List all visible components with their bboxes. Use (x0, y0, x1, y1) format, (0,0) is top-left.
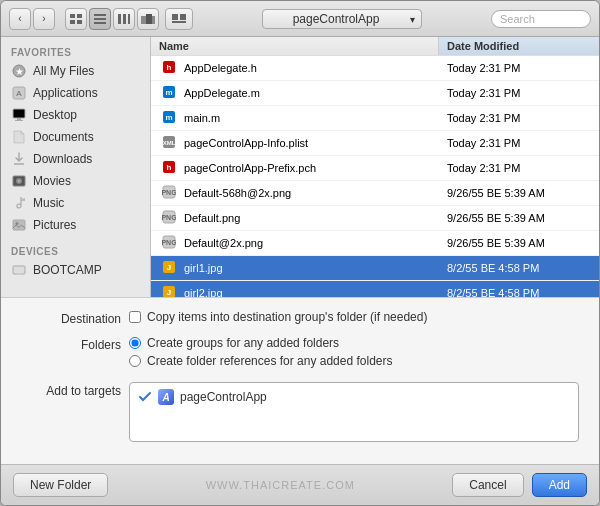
destination-checkbox[interactable] (129, 311, 141, 323)
all-my-files-icon: ★ (11, 63, 27, 79)
col-date-header[interactable]: Date Modified (439, 37, 599, 55)
view-buttons (65, 8, 159, 30)
file-name-cell: PNGDefault-568h@2x.png (151, 181, 439, 205)
svg-text:PNG: PNG (162, 189, 176, 196)
sidebar-item-pictures[interactable]: Pictures (1, 214, 150, 236)
svg-text:J: J (167, 263, 171, 272)
file-date-cell: 8/2/55 BE 4:58 PM (439, 259, 599, 277)
file-name-cell: PNGDefault@2x.png (151, 231, 439, 255)
table-row[interactable]: PNGDefault-568h@2x.png9/26/55 BE 5:39 AM (151, 181, 599, 206)
sidebar-item-all-my-files[interactable]: ★ All My Files (1, 60, 150, 82)
file-name-text: pageControlApp-Prefix.pch (184, 162, 316, 174)
sidebar-item-bootcamp[interactable]: BOOTCAMP (1, 259, 150, 281)
file-name-cell: Jgirl2.jpg (151, 281, 439, 297)
path-selector[interactable]: pageControlApp (262, 9, 422, 29)
cancel-button[interactable]: Cancel (452, 473, 523, 497)
svg-text:J: J (167, 288, 171, 297)
sidebar-item-documents[interactable]: Documents (1, 126, 150, 148)
svg-rect-21 (17, 118, 21, 120)
coverflow-view-button[interactable] (137, 8, 159, 30)
col-name-header[interactable]: Name (151, 37, 439, 55)
svg-rect-20 (13, 109, 25, 118)
table-row[interactable]: Jgirl2.jpg8/2/55 BE 4:58 PM (151, 281, 599, 297)
file-name-text: main.m (184, 112, 220, 124)
sidebar-item-label: Downloads (33, 152, 92, 166)
targets-label: Add to targets (21, 382, 121, 398)
sidebar-item-label: All My Files (33, 64, 94, 78)
file-date-cell: Today 2:31 PM (439, 109, 599, 127)
table-row[interactable]: XMLpageControlApp-Info.plistToday 2:31 P… (151, 131, 599, 156)
sidebar-item-music[interactable]: Music (1, 192, 150, 214)
file-name-text: Default-568h@2x.png (184, 187, 291, 199)
file-name-cell: XMLpageControlApp-Info.plist (151, 131, 439, 155)
file-name-text: pageControlApp-Info.plist (184, 137, 308, 149)
svg-text:m: m (165, 88, 172, 97)
file-date-cell: Today 2:31 PM (439, 134, 599, 152)
downloads-icon (11, 151, 27, 167)
svg-rect-11 (146, 14, 152, 24)
new-folder-button[interactable]: New Folder (13, 473, 108, 497)
svg-rect-2 (70, 20, 75, 24)
table-row[interactable]: PNGDefault@2x.png9/26/55 BE 5:39 AM (151, 231, 599, 256)
table-row[interactable]: Jgirl1.jpg8/2/55 BE 4:58 PM (151, 256, 599, 281)
file-list-header: Name Date Modified (151, 37, 599, 56)
sidebar-item-label: Pictures (33, 218, 76, 232)
file-name-cell: hAppDelegate.h (151, 56, 439, 80)
radio-groups[interactable] (129, 337, 141, 349)
table-row[interactable]: hAppDelegate.hToday 2:31 PM (151, 56, 599, 81)
pictures-icon (11, 217, 27, 233)
sidebar-item-downloads[interactable]: Downloads (1, 148, 150, 170)
list-view-button[interactable] (89, 8, 111, 30)
svg-rect-3 (77, 20, 82, 24)
table-row[interactable]: mAppDelegate.mToday 2:31 PM (151, 81, 599, 106)
file-name-text: AppDelegate.m (184, 87, 260, 99)
file-type-badge: XML (159, 134, 179, 152)
file-date-cell: 8/2/55 BE 4:58 PM (439, 284, 599, 297)
arrange-button[interactable] (165, 8, 193, 30)
add-button[interactable]: Add (532, 473, 587, 497)
svg-rect-14 (180, 14, 186, 20)
column-view-button[interactable] (113, 8, 135, 30)
file-name-cell: mAppDelegate.m (151, 81, 439, 105)
svg-rect-4 (94, 14, 106, 16)
file-type-badge: J (159, 284, 179, 297)
table-row[interactable]: mmain.mToday 2:31 PM (151, 106, 599, 131)
sidebar-item-applications[interactable]: A Applications (1, 82, 150, 104)
file-type-badge: PNG (159, 184, 179, 202)
targets-content: A pageControlApp (129, 382, 579, 442)
target-app-icon: A (158, 389, 174, 405)
table-row[interactable]: hpageControlApp-Prefix.pchToday 2:31 PM (151, 156, 599, 181)
svg-text:PNG: PNG (162, 214, 176, 221)
table-row[interactable]: PNGDefault.png9/26/55 BE 5:39 AM (151, 206, 599, 231)
bootcamp-icon (11, 262, 27, 278)
svg-rect-29 (13, 266, 25, 274)
svg-rect-8 (123, 14, 126, 24)
svg-rect-12 (152, 16, 155, 24)
svg-text:★: ★ (15, 66, 24, 77)
applications-icon: A (11, 85, 27, 101)
sidebar-item-label: Desktop (33, 108, 77, 122)
radio-references[interactable] (129, 355, 141, 367)
search-input[interactable]: Search (491, 10, 591, 28)
file-name-text: girl1.jpg (184, 262, 223, 274)
radio-references-row: Create folder references for any added f… (129, 354, 579, 368)
svg-rect-0 (70, 14, 75, 18)
destination-row: Destination Copy items into destination … (21, 310, 579, 326)
folders-label: Folders (21, 336, 121, 352)
targets-box[interactable]: A pageControlApp (129, 382, 579, 442)
sidebar-item-desktop[interactable]: Desktop (1, 104, 150, 126)
sidebar-item-label: BOOTCAMP (33, 263, 102, 277)
forward-button[interactable]: › (33, 8, 55, 30)
sidebar-item-movies[interactable]: Movies (1, 170, 150, 192)
target-item: A pageControlApp (138, 389, 570, 405)
svg-rect-9 (128, 14, 130, 24)
svg-text:m: m (165, 113, 172, 122)
svg-text:XML: XML (163, 140, 176, 146)
svg-rect-7 (118, 14, 121, 24)
icon-view-button[interactable] (65, 8, 87, 30)
radio-groups-row: Create groups for any added folders (129, 336, 579, 350)
file-type-badge: PNG (159, 234, 179, 252)
back-button[interactable]: ‹ (9, 8, 31, 30)
destination-checkbox-label: Copy items into destination group's fold… (147, 310, 427, 324)
svg-rect-30 (16, 273, 22, 275)
